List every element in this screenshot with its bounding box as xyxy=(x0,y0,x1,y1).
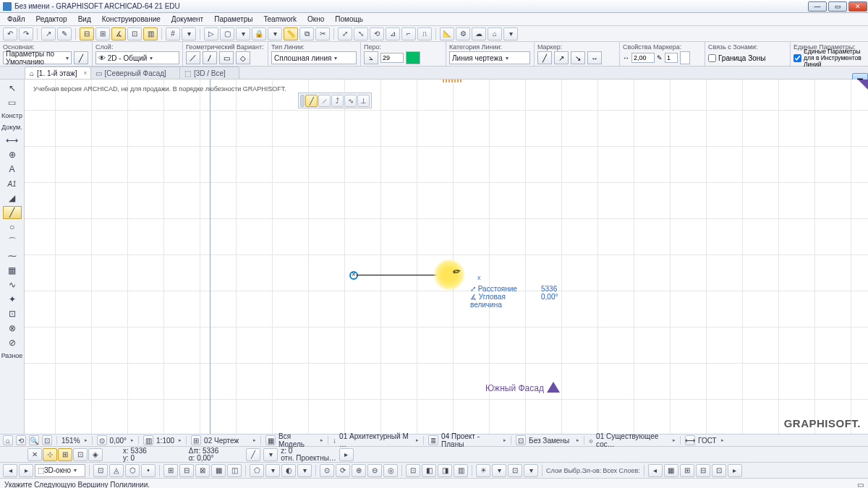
snap-vertical-icon[interactable]: ⊟ xyxy=(80,27,94,40)
arc-tool-icon[interactable]: ⌒ xyxy=(3,235,22,248)
angle-value[interactable]: 0,00° xyxy=(110,437,134,445)
zoom-level[interactable]: 151% xyxy=(61,437,88,445)
bb30-icon[interactable]: ⊟ xyxy=(696,464,710,477)
bb6-icon[interactable]: ⊟ xyxy=(179,464,194,477)
coord-mode3-icon[interactable]: ⊞ xyxy=(58,448,72,461)
bb25-icon[interactable]: ⊡ xyxy=(508,464,522,477)
edit2-icon[interactable]: ⤡ xyxy=(354,27,368,40)
trace-icon[interactable]: ⧉ xyxy=(299,27,314,40)
status-plans[interactable]: 04 Проект - Планы xyxy=(441,432,506,448)
bb19-icon[interactable]: ⊡ xyxy=(406,464,420,477)
snap-guide-icon[interactable]: ▥ xyxy=(143,27,158,40)
marker-end-icon[interactable]: ↘ xyxy=(571,51,585,64)
bb24-icon[interactable]: ▾ xyxy=(492,464,506,477)
marker-none-icon[interactable]: ╱ xyxy=(537,51,552,64)
bb2-icon[interactable]: ◬ xyxy=(109,464,124,477)
status-override[interactable]: Без Замены xyxy=(529,437,579,445)
linecat-dropdown[interactable]: Линия чертежа xyxy=(449,51,530,64)
spline-tool-icon[interactable]: ∿ xyxy=(3,278,22,291)
geom-rect-icon[interactable]: ▭ xyxy=(219,51,234,64)
menu-view[interactable]: Вид xyxy=(74,14,95,25)
coord-mode4-icon[interactable]: ⊡ xyxy=(73,448,88,461)
status-filter[interactable]: 01 Существующее сос… xyxy=(596,432,676,448)
dimension-tool-icon[interactable]: ⟷ xyxy=(3,134,22,147)
coord-mode1-icon[interactable]: ✕ xyxy=(27,448,42,461)
nav-next-icon[interactable]: ▸ xyxy=(19,464,33,477)
bb21-icon[interactable]: ◨ xyxy=(438,464,452,477)
close-button[interactable]: ✕ xyxy=(848,1,867,12)
lock-dd-icon[interactable]: ▾ xyxy=(268,27,282,40)
drawing-canvas[interactable]: Учебная версия ARCHICAD, не для продажи.… xyxy=(25,80,868,434)
dim-icon[interactable]: ⟷ xyxy=(685,435,695,445)
line-tool-icon[interactable]: ╱ xyxy=(3,206,22,219)
coord-mode2-icon[interactable]: ⊹ xyxy=(43,448,57,461)
menu-help[interactable]: Помощь xyxy=(331,14,367,25)
cursor-icon[interactable]: ▷ xyxy=(204,27,218,40)
zoom-prev-icon[interactable]: ⟲ xyxy=(16,435,26,445)
grid-icon[interactable]: # xyxy=(166,27,180,40)
edit5-icon[interactable]: ⌐ xyxy=(401,27,416,40)
section-tool-icon[interactable]: ⊗ xyxy=(3,322,22,335)
geom-rotrect-icon[interactable]: ◇ xyxy=(236,51,250,64)
pen-angle-icon[interactable]: ⦣ xyxy=(364,51,378,64)
zoom-home-icon[interactable]: ⌂ xyxy=(3,435,13,445)
bb17-icon[interactable]: ⊖ xyxy=(367,464,382,477)
menu-file[interactable]: Файл xyxy=(3,14,30,25)
marker-size[interactable]: 2,00 xyxy=(631,53,655,63)
zone-checkbox[interactable] xyxy=(708,54,716,62)
arrow-tool-icon[interactable]: ↖ xyxy=(3,82,22,95)
unified-checkbox[interactable] xyxy=(793,54,801,62)
bb22-icon[interactable]: ▥ xyxy=(454,464,468,477)
menu-design[interactable]: Конструирование xyxy=(98,14,165,25)
marquee-tool-icon[interactable]: ▭ xyxy=(3,96,22,109)
grid-dd-icon[interactable]: ▾ xyxy=(182,27,196,40)
bb13-icon[interactable]: ▾ xyxy=(297,464,312,477)
orient-icon[interactable]: ⊙ xyxy=(97,435,107,445)
polyline-tool-icon[interactable]: ⁓ xyxy=(3,249,22,262)
snap-angle-icon[interactable]: ∡ xyxy=(111,27,126,40)
tab-elevation[interactable]: ▭[Северный Фасад] xyxy=(90,67,180,79)
pick-icon[interactable]: ↗ xyxy=(41,27,56,40)
status-model[interactable]: Вся Модель xyxy=(278,432,323,448)
bb8-icon[interactable]: ▦ xyxy=(211,464,226,477)
line-tool-icon[interactable]: ╱ xyxy=(74,51,88,64)
coord-next-icon[interactable]: ▸ xyxy=(339,448,354,461)
layer-dropdown[interactable]: 👁 2D - Общий xyxy=(95,51,179,64)
new-icon[interactable]: ↶ xyxy=(3,27,17,40)
bb12-icon[interactable]: ◐ xyxy=(281,464,296,477)
edit4-icon[interactable]: ⊿ xyxy=(386,27,400,40)
marker-start-icon[interactable]: ↗ xyxy=(554,51,569,64)
bb15-icon[interactable]: ⟳ xyxy=(336,464,350,477)
snap-ortho-icon[interactable]: ⊞ xyxy=(95,27,110,40)
trim-icon[interactable]: ✂ xyxy=(315,27,330,40)
menu-options[interactable]: Параметры xyxy=(210,14,257,25)
square-dd-icon[interactable]: ▾ xyxy=(236,27,250,40)
nav-prev-icon[interactable]: ◂ xyxy=(3,464,17,477)
pen-number[interactable]: 29 xyxy=(380,53,404,63)
pet-arc-icon[interactable]: ⟋ xyxy=(318,95,331,107)
pen-color-swatch[interactable] xyxy=(406,51,420,64)
zoom-in-icon[interactable]: 🔍 xyxy=(29,435,39,445)
edit1-icon[interactable]: ⤢ xyxy=(338,27,352,40)
dropper-icon[interactable]: ✎ xyxy=(57,27,72,40)
bb31-icon[interactable]: ⊡ xyxy=(712,464,726,477)
label-tool-icon[interactable]: A1 xyxy=(3,177,22,190)
model-icon[interactable]: ▦ xyxy=(265,435,276,445)
square-icon[interactable]: ▢ xyxy=(220,27,234,40)
zoom-fit-icon[interactable]: ⊡ xyxy=(42,435,52,445)
defaults-dropdown[interactable]: Параметры по Умолчанию xyxy=(3,51,72,64)
edit3-icon[interactable]: ⟲ xyxy=(370,27,384,40)
bb4-icon[interactable]: • xyxy=(141,464,156,477)
bb5-icon[interactable]: ⊞ xyxy=(163,464,178,477)
bb3-icon[interactable]: ⬡ xyxy=(125,464,140,477)
bb10-icon[interactable]: ⬠ xyxy=(250,464,264,477)
pet-tangent-icon[interactable]: ⤴ xyxy=(331,95,344,107)
status-standard[interactable]: ГОСТ xyxy=(698,437,724,445)
bb20-icon[interactable]: ◧ xyxy=(422,464,436,477)
minimize-button[interactable]: — xyxy=(808,1,827,12)
link-icon[interactable]: ⚙ xyxy=(456,27,470,40)
gravity-dd-icon[interactable]: ▾ xyxy=(263,448,278,461)
marker-swatch[interactable] xyxy=(680,51,690,64)
reno-icon[interactable]: ⊡ xyxy=(516,435,526,445)
coord-mode5-icon[interactable]: ◈ xyxy=(88,448,103,461)
